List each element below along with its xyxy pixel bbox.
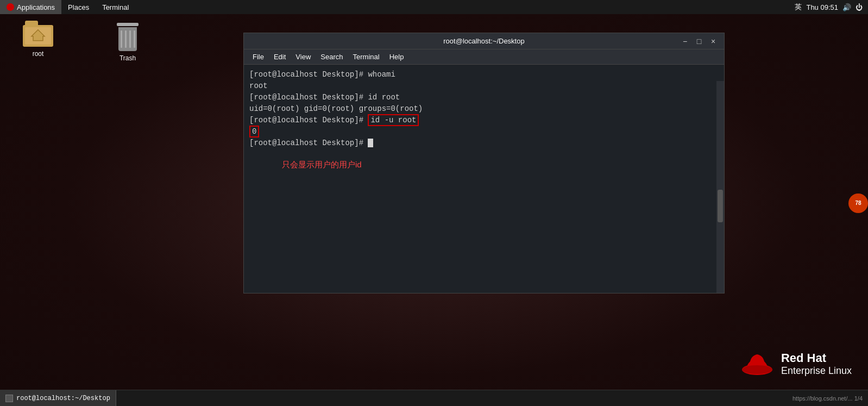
taskbar-right: https://blog.csdn.net/... 1/4 bbox=[792, 395, 868, 402]
clock: Thu 09:51 bbox=[806, 3, 838, 11]
trash-label: Trash bbox=[117, 53, 138, 63]
file-menu[interactable]: File bbox=[248, 52, 268, 62]
terminal-line-2: root bbox=[249, 80, 719, 92]
redhat-branding: Red Hat Enterprise Linux bbox=[741, 349, 852, 379]
terminal-sub-menu[interactable]: Terminal bbox=[349, 52, 384, 62]
volume-icon[interactable]: 🔊 bbox=[842, 3, 851, 11]
command-highlight-1: id -u root bbox=[368, 114, 419, 126]
terminal-line-6: 0 bbox=[249, 126, 719, 138]
circle-badge: 78 bbox=[848, 193, 868, 213]
language-indicator[interactable]: 英 bbox=[795, 2, 802, 12]
view-menu[interactable]: View bbox=[291, 52, 315, 62]
svg-point-2 bbox=[742, 365, 772, 374]
places-menu[interactable]: Places bbox=[61, 0, 96, 14]
annotation: 只会显示用户的用户id bbox=[282, 160, 362, 170]
taskbar-url: https://blog.csdn.net/... 1/4 bbox=[792, 395, 863, 402]
output-highlight: 0 bbox=[249, 126, 259, 138]
terminal-line-1: [root@localhost Desktop]# whoami bbox=[249, 69, 719, 80]
terminal-title: root@localhost:~/Desktop bbox=[249, 37, 719, 45]
menubar: Applications Places Terminal 英 Thu 09:51… bbox=[0, 0, 868, 14]
terminal-line-7: [root@localhost Desktop]# bbox=[249, 138, 719, 149]
terminal-line-5: [root@localhost Desktop]# id -u root bbox=[249, 115, 719, 126]
terminal-window: root@localhost:~/Desktop − □ × File Edit… bbox=[243, 33, 725, 293]
applications-label: Applications bbox=[17, 3, 55, 11]
minimize-button[interactable]: − bbox=[680, 36, 690, 47]
folder-graphic bbox=[23, 21, 53, 47]
edit-menu[interactable]: Edit bbox=[269, 52, 290, 62]
terminal-body: [root@localhost Desktop]# whoami root [r… bbox=[244, 65, 724, 293]
terminal-label: Terminal bbox=[102, 3, 129, 11]
power-icon[interactable]: ⏻ bbox=[856, 3, 863, 11]
badge-number: 78 bbox=[855, 200, 861, 206]
menubar-left: Applications Places Terminal bbox=[0, 0, 135, 14]
svg-marker-0 bbox=[32, 30, 45, 41]
terminal-line-4: uid=0(root) gid=0(root) groups=0(root) bbox=[249, 103, 719, 115]
help-menu[interactable]: Help bbox=[385, 52, 408, 62]
close-button[interactable]: × bbox=[708, 36, 719, 47]
taskbar-terminal-icon bbox=[5, 395, 13, 402]
redhat-sub-name: Enterprise Linux bbox=[781, 365, 852, 377]
cursor bbox=[368, 139, 373, 147]
terminal-menu[interactable]: Terminal bbox=[96, 0, 135, 14]
desktop: Applications Places Terminal 英 Thu 09:51… bbox=[0, 0, 868, 406]
redhat-icon bbox=[7, 3, 14, 11]
places-label: Places bbox=[68, 3, 89, 11]
terminal-menubar: File Edit View Search Terminal Help bbox=[244, 49, 724, 65]
terminal-titlebar: root@localhost:~/Desktop − □ × bbox=[244, 33, 724, 49]
root-folder-icon[interactable]: root bbox=[16, 21, 60, 59]
terminal-scrollbar[interactable] bbox=[716, 81, 724, 293]
applications-menu[interactable]: Applications bbox=[0, 0, 61, 14]
terminal-content[interactable]: [root@localhost Desktop]# whoami root [r… bbox=[244, 65, 724, 293]
taskbar-terminal-item[interactable]: root@localhost:~/Desktop bbox=[0, 390, 116, 406]
root-folder-label: root bbox=[30, 49, 46, 59]
menubar-right: 英 Thu 09:51 🔊 ⏻ bbox=[795, 2, 868, 12]
trash-icon[interactable]: Trash bbox=[106, 21, 149, 63]
terminal-controls: − □ × bbox=[680, 36, 719, 47]
terminal-line-3: [root@localhost Desktop]# id root bbox=[249, 92, 719, 103]
redhat-text-block: Red Hat Enterprise Linux bbox=[781, 351, 852, 377]
taskbar: root@localhost:~/Desktop https://blog.cs… bbox=[0, 390, 868, 406]
redhat-hat-icon bbox=[741, 349, 773, 379]
scrollbar-thumb[interactable] bbox=[718, 190, 723, 222]
redhat-brand-name: Red Hat bbox=[781, 351, 852, 365]
taskbar-terminal-label: root@localhost:~/Desktop bbox=[16, 395, 110, 402]
trash-graphic bbox=[115, 21, 141, 51]
maximize-button[interactable]: □ bbox=[694, 36, 705, 47]
search-menu[interactable]: Search bbox=[316, 52, 347, 62]
